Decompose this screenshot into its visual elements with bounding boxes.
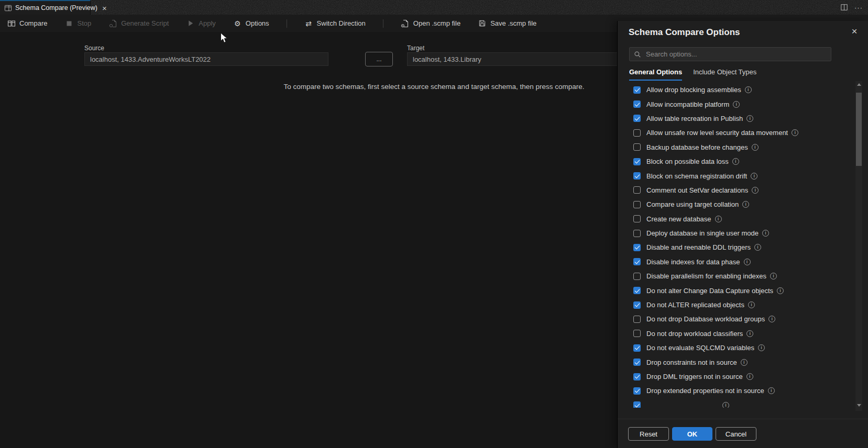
option-row-do-not-drop-database-workload-groups[interactable]: Do not drop Database workload groupsi [629,312,844,326]
option-row-backup-database-before-changes[interactable]: Backup database before changesi [629,140,844,154]
option-row-compare-using-target-collation[interactable]: Compare using target collationi [629,197,844,211]
target-input[interactable] [407,52,617,66]
option-row-allow-table-recreation-in-publish[interactable]: Allow table recreation in Publishi [629,111,844,126]
ok-button[interactable]: OK [672,427,712,441]
checkbox-unchecked[interactable] [633,143,641,151]
info-icon[interactable]: i [722,402,729,408]
tab-schema-compare[interactable]: Schema Compare (Preview) × [0,0,91,15]
option-row-allow-incompatible-platform[interactable]: Allow incompatible platformi [629,97,844,111]
cancel-button[interactable]: Cancel [716,427,756,441]
info-icon[interactable]: i [715,216,722,222]
info-icon[interactable]: i [770,273,777,279]
tab-general-options[interactable]: General Options [629,68,682,81]
checkbox-checked[interactable] [633,373,641,380]
options-search-input[interactable] [645,50,827,59]
checkbox-checked[interactable] [633,158,641,165]
info-icon[interactable]: i [768,316,775,322]
option-row-deploy-database-in-single-user-mode[interactable]: Deploy database in single user modei [629,226,844,240]
checkbox-checked[interactable] [633,287,641,294]
source-browse-button[interactable]: ... [365,52,393,66]
checkbox-checked[interactable] [633,301,641,309]
checkbox-unchecked[interactable] [633,186,641,194]
info-icon[interactable]: i [745,86,752,93]
checkbox-checked[interactable] [633,344,641,352]
info-icon[interactable]: i [733,101,740,108]
info-icon[interactable]: i [741,359,748,366]
option-row-disable-indexes-for-data-phase[interactable]: Disable indexes for data phasei [629,255,844,269]
option-row-do-not-alter-replicated-objects[interactable]: Do not ALTER replicated objectsi [629,298,844,312]
split-editor-icon[interactable] [840,4,848,11]
info-icon[interactable]: i [758,344,765,351]
checkbox-unchecked[interactable] [633,215,641,222]
source-input[interactable] [84,52,328,66]
info-icon[interactable]: i [752,144,759,151]
option-label: Disable indexes for data phase [646,258,740,266]
option-row-do-not-drop-workload-classifiers[interactable]: Do not drop workload classifiersi [629,327,844,341]
tab-include-object-types[interactable]: Include Object Types [693,68,756,81]
info-icon[interactable]: i [751,173,757,180]
toolbar-button-apply[interactable]: Apply [186,19,216,28]
panel-close-icon[interactable]: × [848,25,861,38]
checkbox-checked[interactable] [633,100,641,108]
toolbar-button-save-scmp-file[interactable]: Save .scmp file [478,19,536,28]
option-row-block-on-possible-data-loss[interactable]: Block on possible data lossi [629,154,844,169]
toolbar-button-compare[interactable]: Compare [7,19,47,28]
tab-close-icon[interactable]: × [102,4,107,12]
info-icon[interactable]: i [744,259,751,265]
toolbar-button-open-scmp-file[interactable]: Open .scmp file [401,19,460,28]
checkbox-checked[interactable] [633,387,641,395]
info-icon[interactable]: i [777,287,784,294]
option-row-comment-out-setvar-declarations[interactable]: Comment out SetVar declarationsi [629,183,844,197]
checkbox-checked[interactable] [633,244,641,251]
info-icon[interactable]: i [754,244,761,251]
info-icon[interactable]: i [768,387,775,394]
option-row-block-on-schema-registration-drift[interactable]: Block on schema registration drifti [629,169,844,183]
checkbox-checked[interactable] [633,258,641,265]
option-row-do-not-alter-change-data-capture-objects[interactable]: Do not alter Change Data Capture objects… [629,283,844,297]
checkbox-unchecked[interactable] [633,201,641,208]
option-row-do-not-evaluate-sqlcmd-variables[interactable]: Do not evaluate SQLCMD variablesi [629,341,844,355]
option-row-partial[interactable]: i [629,398,844,408]
source-label: Source [84,44,104,52]
checkbox-unchecked[interactable] [633,273,641,280]
info-icon[interactable]: i [748,301,755,308]
toolbar-button-stop[interactable]: Stop [64,19,91,28]
scroll-up-icon[interactable] [857,83,861,86]
more-actions-icon[interactable]: ··· [854,4,863,12]
checkbox-unchecked[interactable] [633,316,641,323]
checkbox-checked[interactable] [633,172,641,180]
info-icon[interactable]: i [762,230,769,237]
info-icon[interactable]: i [746,115,753,122]
checkbox-checked[interactable] [633,401,641,408]
option-row-disable-and-reenable-ddl-triggers[interactable]: Disable and reenable DDL triggersi [629,240,844,254]
reset-button[interactable]: Reset [628,427,669,441]
scrollbar-thumb[interactable] [856,93,862,166]
checkbox-unchecked[interactable] [633,330,641,337]
options-search-box[interactable] [629,47,831,61]
toolbar-button-switch-direction[interactable]: ⇄Switch Direction [304,19,366,28]
info-icon[interactable]: i [732,158,739,165]
checkbox-checked[interactable] [633,86,641,94]
option-row-drop-constraints-not-in-source[interactable]: Drop constraints not in sourcei [629,355,844,369]
option-row-drop-dml-triggers-not-in-source[interactable]: Drop DML triggers not in sourcei [629,369,844,384]
options-scrollbar[interactable] [855,81,862,411]
option-label: Allow incompatible platform [646,100,729,108]
option-row-allow-drop-blocking-assemblies[interactable]: Allow drop blocking assembliesi [629,83,844,97]
info-icon[interactable]: i [746,330,753,337]
checkbox-checked[interactable] [633,359,641,366]
toolbar-button-generate-script[interactable]: Generate Script [108,19,169,28]
option-label: Drop constraints not in source [646,359,737,366]
checkbox-checked[interactable] [633,115,641,122]
info-icon[interactable]: i [742,201,749,208]
option-row-disable-parallelism-for-enabling-indexes[interactable]: Disable parallelism for enabling indexes… [629,269,844,283]
checkbox-unchecked[interactable] [633,230,641,237]
checkbox-unchecked[interactable] [633,129,641,137]
toolbar-button-options[interactable]: ⚙Options [233,19,269,28]
info-icon[interactable]: i [752,187,759,194]
option-row-drop-extended-properties-not-in-source[interactable]: Drop extended properties not in sourcei [629,384,844,398]
info-icon[interactable]: i [792,129,798,136]
info-icon[interactable]: i [746,373,753,380]
option-row-create-new-database[interactable]: Create new databasei [629,212,844,226]
scroll-down-icon[interactable] [857,404,861,407]
option-row-allow-unsafe-row-level-security-data-movement[interactable]: Allow unsafe row level security data mov… [629,126,844,140]
